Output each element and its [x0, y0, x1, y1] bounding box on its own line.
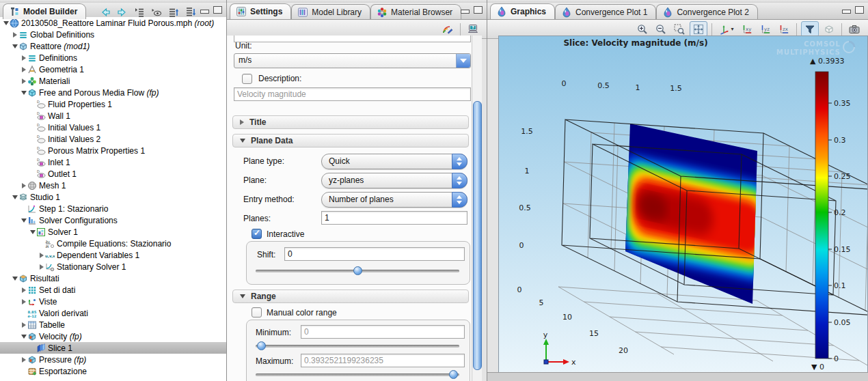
plane-type-stepper[interactable] — [452, 154, 467, 169]
plane-type-select[interactable]: Quick — [321, 154, 467, 169]
view-yz-button[interactable] — [757, 22, 774, 36]
plotpen-button[interactable] — [439, 22, 456, 36]
tree-collapse-arrow[interactable] — [11, 277, 18, 281]
maximum-slider[interactable] — [256, 370, 459, 379]
zoom-out-button[interactable] — [653, 22, 669, 36]
tree-item-wall-1[interactable]: Wall 1 — [0, 110, 226, 122]
tree-item-initial-values-1[interactable]: Initial Values 1 — [0, 122, 226, 133]
shift-slider-thumb[interactable] — [353, 266, 362, 275]
tab-convergence-plot-2[interactable]: Convergence Plot 2 — [656, 4, 757, 19]
maximize-button[interactable] — [213, 6, 222, 14]
tree-item-definitions[interactable]: Definitions — [0, 52, 226, 63]
tree-collapse-arrow[interactable] — [20, 91, 27, 95]
shift-slider[interactable] — [256, 266, 459, 275]
tree-item-slice-1[interactable]: Slice 1 — [0, 342, 226, 354]
tree-item-solver-1[interactable]: Solver 1 — [0, 226, 226, 238]
minimum-slider-thumb[interactable] — [257, 341, 266, 350]
interactive-checkbox[interactable] — [252, 229, 262, 239]
tree-expand-arrow[interactable] — [38, 264, 45, 270]
entry-method-stepper[interactable] — [452, 192, 467, 208]
scrollbar-thumb[interactable] — [473, 101, 482, 370]
maximum-slider-thumb[interactable] — [449, 370, 458, 379]
zoom-in-button[interactable] — [634, 22, 651, 36]
planes-input[interactable]: 1 — [321, 211, 467, 225]
tree-expand-arrow[interactable] — [38, 253, 45, 258]
maximize-button[interactable] — [855, 6, 864, 14]
view-zx-button[interactable] — [776, 22, 792, 36]
tree-item-tabelle[interactable]: Tabelle — [0, 319, 226, 330]
tree-item-step-1-stazionario[interactable]: Step 1: Stazionario — [0, 203, 226, 214]
tree-item-velocity[interactable]: Velocity (fp) — [0, 330, 226, 342]
minimum-slider[interactable] — [256, 341, 459, 350]
tree-expand-arrow[interactable] — [20, 299, 27, 305]
maximize-button[interactable] — [474, 6, 483, 14]
shift-input[interactable]: 0 — [284, 247, 465, 261]
unit-select[interactable]: m/s — [234, 53, 471, 68]
section-title[interactable]: Title — [232, 115, 469, 129]
tree-item-studio-1[interactable]: Studio 1 — [0, 191, 226, 203]
tree-expand-arrow[interactable] — [20, 357, 27, 363]
tree-item-set-di-dati[interactable]: Set di dati — [0, 284, 226, 296]
tab-model-library[interactable]: Model Library — [291, 4, 370, 19]
tree-collapse-arrow[interactable] — [11, 195, 18, 199]
tab-settings[interactable]: Settings — [230, 3, 291, 19]
tree-expand-arrow[interactable] — [20, 55, 27, 61]
minimize-button[interactable] — [461, 10, 470, 14]
triad-button[interactable]: ▾ — [716, 22, 737, 36]
section-range[interactable]: Range — [232, 290, 469, 303]
tab-convergence-plot-1[interactable]: Convergence Plot 1 — [555, 4, 656, 19]
tree-item-dependent-variables-1[interactable]: Dependent Variables 1 — [0, 249, 226, 261]
tree-item-global-definitions[interactable]: Global Definitions — [0, 29, 226, 40]
entry-method-select[interactable]: Number of planes — [321, 192, 467, 208]
manual-color-range-checkbox[interactable] — [252, 307, 262, 318]
tree-expand-arrow[interactable] — [20, 67, 27, 72]
tree-item-stationary-solver-1[interactable]: Stationary Solver 1 — [0, 261, 226, 272]
help-button[interactable] — [465, 22, 481, 36]
tree-expand-arrow[interactable] — [11, 32, 18, 38]
tree-item-viste[interactable]: Viste — [0, 296, 226, 307]
tree-item-esportazione[interactable]: Esportazione — [0, 365, 226, 377]
tab-graphics[interactable]: Graphics — [490, 3, 555, 19]
tab-model-builder[interactable]: Model Builder — [3, 3, 86, 19]
tree-collapse-arrow[interactable] — [2, 21, 10, 25]
tree-item-inlet-1[interactable]: Inlet 1 — [0, 156, 226, 168]
tree-collapse-arrow[interactable] — [11, 44, 18, 48]
tab-material-browser[interactable]: Material Browser — [370, 4, 461, 19]
minimize-button[interactable] — [842, 10, 851, 14]
tree-item-geometria-1[interactable]: Geometria 1 — [0, 63, 226, 75]
tree-item-initial-values-2[interactable]: Initial Values 2 — [0, 133, 226, 145]
tree-collapse-arrow[interactable] — [20, 335, 27, 339]
maximum-input[interactable]: 0.3932521199236235 — [301, 354, 465, 367]
snapshot-button[interactable] — [846, 22, 863, 36]
tree-item-porous-matrix-properties-1[interactable]: Porous Matrix Properties 1 — [0, 145, 226, 156]
minimum-input[interactable]: 0 — [301, 325, 465, 339]
unit-dropdown-button[interactable] — [456, 54, 470, 68]
description-checkbox[interactable] — [242, 74, 252, 84]
graphics-plot-area[interactable]: Slice: Velocity magnitude (m/s) COMSOL M… — [498, 36, 868, 373]
select-filter-button[interactable] — [801, 21, 819, 37]
tree-item-compile-equations-stazionario[interactable]: Compile Equations: Stazionario — [0, 238, 226, 249]
tree-item-outlet-1[interactable]: Outlet 1 — [0, 168, 226, 180]
tree-expand-arrow[interactable] — [20, 322, 27, 328]
tree-item-free-and-porous-media-flow[interactable]: Free and Porous Media Flow (fp) — [0, 87, 226, 98]
slice-plot[interactable]: Slice: Velocity magnitude (m/s) COMSOL M… — [499, 36, 867, 372]
minimize-button[interactable] — [200, 10, 209, 14]
tree-item-mesh-1[interactable]: Mesh 1 — [0, 180, 226, 191]
tree-expand-arrow[interactable] — [20, 183, 27, 188]
tree-item-solver-configurations[interactable]: Solver Configurations — [0, 214, 226, 226]
description-field[interactable]: Velocity magnitude — [234, 87, 471, 101]
tree-collapse-arrow[interactable] — [29, 230, 36, 234]
tree-item-risultati[interactable]: Risultati — [0, 272, 226, 284]
tree-item-reattore[interactable]: Reattore (mod1) — [0, 40, 226, 52]
transparency-button[interactable] — [821, 22, 837, 36]
settings-scrollbar[interactable] — [472, 36, 482, 381]
plane-stepper[interactable] — [452, 173, 467, 188]
zoom-box-button[interactable] — [671, 22, 688, 36]
view-xy-button[interactable] — [739, 22, 755, 36]
tree-expand-arrow[interactable] — [20, 79, 27, 84]
tree-item-valori-derivati[interactable]: Valori derivati — [0, 307, 226, 319]
tree-item-fluid-properties-1[interactable]: Fluid Properties 1 — [0, 98, 226, 110]
tree-collapse-arrow[interactable] — [20, 218, 27, 223]
plane-select[interactable]: yz-planes — [321, 173, 467, 188]
tree-item-materiali[interactable]: Materiali — [0, 75, 226, 87]
